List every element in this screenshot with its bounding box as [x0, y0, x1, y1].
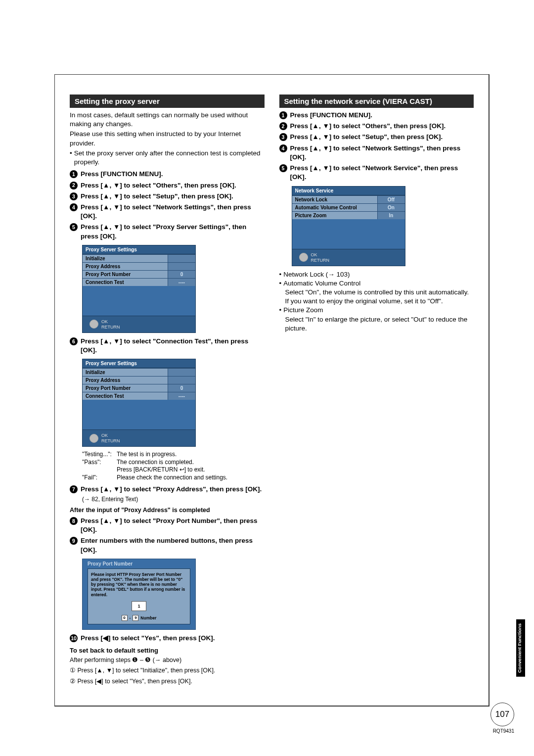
- viera-step-5: 5Press [▲, ▼] to select "Network Service…: [279, 164, 474, 182]
- osd-row-conn-test: Connection Test----: [83, 278, 195, 286]
- proxy-intro-1: In most cases, default settings can norm…: [70, 111, 265, 129]
- proxy-intro-2: Please use this setting when instructed …: [70, 130, 265, 147]
- testing-note: "Testing...":The test is in progress. "P…: [82, 451, 265, 481]
- ok-button-icon: [299, 253, 308, 262]
- note-zoom-body: Select "In" to enlarge the picture, or s…: [285, 315, 474, 333]
- reset-after: After performing steps ❶ – ❺ (→ above): [70, 656, 265, 665]
- proxy-steps-list: 1Press [FUNCTION MENU]. 2Press [▲, ▼] to…: [70, 170, 265, 241]
- osd-title: Proxy Server Settings: [83, 245, 195, 254]
- page-number: 107: [490, 703, 514, 726]
- step-8: 8Press [▲, ▼] to select "Proxy Port Numb…: [70, 517, 265, 534]
- step-4: 4Press [▲, ▼] to select "Network Setting…: [70, 203, 265, 221]
- right-column: Setting the network service (VIERA CAST)…: [279, 94, 474, 696]
- reset-line-2: ② Press [◀] to select "Yes", then press …: [70, 677, 265, 686]
- note-avc-body: Select "On", the volume is controlled by…: [285, 288, 474, 306]
- viera-section-header: Setting the network service (VIERA CAST): [279, 94, 474, 108]
- reset-heading: To set back to default setting: [70, 647, 265, 654]
- viera-step-3: 3Press [▲, ▼] to select "Setup", then pr…: [279, 133, 474, 142]
- step-6: 6Press [▲, ▼] to select "Connection Test…: [70, 337, 265, 355]
- proxy-osd-1: Proxy Server Settings Initialize Proxy A…: [82, 245, 196, 333]
- ns-row-zoom: Picture ZoomIn: [292, 211, 405, 219]
- step-2: 2Press [▲, ▼] to select "Others", then p…: [70, 181, 265, 190]
- viera-step-2: 2Press [▲, ▼] to select "Others", then p…: [279, 122, 474, 131]
- left-column: Setting the proxy server In most cases, …: [70, 94, 265, 696]
- ns-row-lock: Network LockOff: [292, 195, 405, 203]
- proxy-osd-2: Proxy Server Settings Initialize Proxy A…: [82, 359, 196, 447]
- step-10: 10Press [◀] to select "Yes", then press …: [70, 634, 265, 643]
- ok-button-icon: [89, 320, 98, 329]
- step-5: 5Press [▲, ▼] to select "Proxy Server Se…: [70, 223, 265, 240]
- viera-step-1: 1Press [FUNCTION MENU].: [279, 111, 474, 120]
- step-9: 9Enter numbers with the numbered buttons…: [70, 536, 265, 554]
- side-tab-convenient-functions: Convenient Functions: [516, 619, 525, 677]
- ok-button-icon: [89, 434, 98, 443]
- viera-steps-list: 1Press [FUNCTION MENU]. 2Press [▲, ▼] to…: [279, 111, 474, 182]
- page-frame: Setting the proxy server In most cases, …: [54, 74, 490, 707]
- footer-code: RQT9431: [493, 728, 514, 734]
- osd-row-proxy-address: Proxy Address: [83, 262, 195, 270]
- proxy-port-panel: Proxy Port Number Please input HTTP Prox…: [82, 559, 196, 630]
- osd-footer: OK RETURN: [83, 316, 195, 332]
- proxy-intro-bullet: Set the proxy server only after the conn…: [70, 149, 265, 167]
- proxy-section-header: Setting the proxy server: [70, 94, 265, 108]
- note-network-lock: Network Lock (→ 103): [279, 270, 474, 279]
- reset-line-1: ① Press [▲, ▼] to select "Initialize", t…: [70, 666, 265, 675]
- ns-row-avc: Automatic Volume ControlOn: [292, 203, 405, 211]
- osd-row-proxy-port: Proxy Port Number0: [83, 270, 195, 278]
- step-1: 1Press [FUNCTION MENU].: [70, 170, 265, 179]
- step-7: 7Press [▲, ▼] to select "Proxy Address",…: [70, 485, 265, 494]
- step-3: 3Press [▲, ▼] to select "Setup", then pr…: [70, 192, 265, 201]
- note-zoom-title: Picture Zoom: [279, 306, 474, 315]
- port-input-value: 1: [132, 601, 146, 611]
- after-proxy-address-label: After the input of "Proxy Address" is co…: [70, 507, 265, 514]
- note-avc-title: Automatic Volume Control: [279, 279, 474, 288]
- viera-step-4: 4Press [▲, ▼] to select "Network Setting…: [279, 144, 474, 162]
- osd-row-initialize: Initialize: [83, 254, 195, 262]
- network-service-osd: Network Service Network LockOff Automati…: [292, 186, 405, 266]
- step-7-sub: (→ 82, Entering Text): [82, 496, 265, 503]
- step-6-wrap: 6Press [▲, ▼] to select "Connection Test…: [70, 337, 265, 355]
